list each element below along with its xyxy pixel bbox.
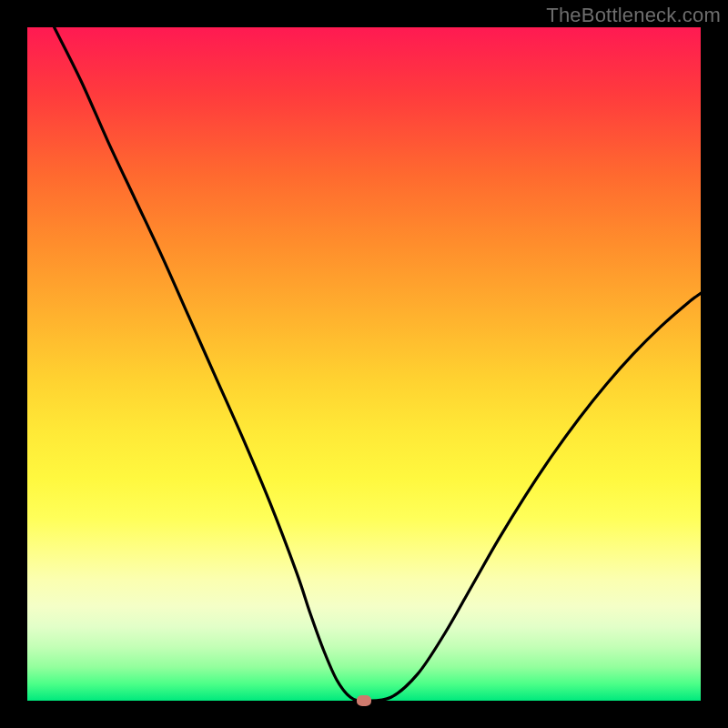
- bottleneck-curve: [27, 27, 701, 701]
- chart-frame: TheBottleneck.com: [0, 0, 728, 728]
- optimal-point-marker: [357, 695, 371, 706]
- watermark-text: TheBottleneck.com: [546, 4, 721, 27]
- plot-area: [27, 27, 701, 701]
